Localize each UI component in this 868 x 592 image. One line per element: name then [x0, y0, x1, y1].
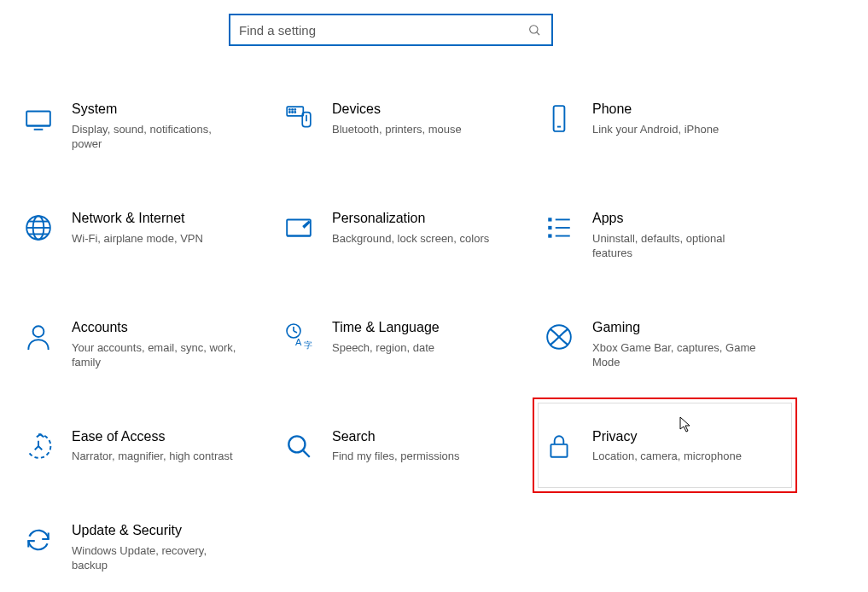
setting-title: Ease of Access	[72, 428, 233, 446]
search-icon	[526, 21, 543, 38]
svg-text:A: A	[295, 337, 302, 347]
settings-item-privacy[interactable]: Privacy Location, camera, microphone	[543, 423, 803, 469]
setting-title: System	[72, 101, 242, 119]
svg-point-6	[289, 109, 290, 110]
settings-grid: System Display, sound, notifications, po…	[22, 96, 842, 578]
setting-desc: Wi-Fi, airplane mode, VPN	[72, 231, 203, 247]
setting-desc: Windows Update, recovery, backup	[72, 543, 242, 573]
setting-desc: Background, lock screen, colors	[332, 231, 489, 247]
phone-icon	[543, 102, 575, 135]
setting-title: Apps	[592, 210, 763, 228]
setting-title: Time & Language	[332, 319, 440, 337]
setting-title: Phone	[592, 101, 719, 119]
setting-desc: Xbox Game Bar, captures, Game Mode	[592, 340, 763, 370]
devices-icon	[283, 102, 315, 135]
svg-point-7	[292, 109, 293, 110]
setting-title: Accounts	[72, 319, 242, 337]
svg-point-9	[289, 112, 290, 113]
svg-point-11	[294, 112, 295, 113]
svg-point-37	[288, 436, 305, 452]
settings-item-update-security[interactable]: Update & Security Windows Update, recove…	[22, 517, 283, 578]
magnifier-icon	[283, 430, 315, 462]
setting-desc: Uninstall, defaults, optional features	[592, 231, 763, 261]
svg-rect-2	[26, 112, 50, 126]
settings-item-accounts[interactable]: Accounts Your accounts, email, sync, wor…	[22, 314, 283, 375]
apps-icon	[543, 212, 575, 244]
ease-of-access-icon	[22, 430, 55, 462]
globe-icon	[22, 212, 55, 244]
settings-item-search[interactable]: Search Find my files, permissions	[283, 423, 543, 469]
search-box[interactable]	[229, 14, 553, 46]
setting-desc: Find my files, permissions	[332, 449, 460, 464]
svg-point-29	[33, 326, 44, 337]
setting-desc: Your accounts, email, sync, work, family	[72, 340, 242, 370]
settings-item-personalization[interactable]: Personalization Background, lock screen,…	[283, 205, 543, 266]
setting-desc: Display, sound, notifications, power	[72, 122, 242, 152]
setting-desc: Link your Android, iPhone	[592, 122, 719, 137]
setting-desc: Bluetooth, printers, mouse	[332, 122, 462, 137]
svg-point-0	[530, 26, 538, 33]
personalization-icon	[283, 212, 315, 244]
svg-point-10	[292, 112, 293, 113]
svg-text:字: 字	[304, 340, 312, 350]
setting-desc: Narrator, magnifier, high contrast	[72, 449, 233, 464]
system-icon	[22, 102, 55, 135]
settings-item-time-language[interactable]: A 字 Time & Language Speech, region, date	[283, 314, 543, 375]
svg-rect-27	[548, 234, 551, 237]
svg-rect-23	[548, 218, 551, 221]
settings-item-phone[interactable]: Phone Link your Android, iPhone	[543, 96, 803, 157]
settings-item-apps[interactable]: Apps Uninstall, defaults, optional featu…	[543, 205, 803, 266]
gaming-icon	[543, 321, 575, 353]
svg-line-38	[303, 450, 309, 456]
setting-title: Privacy	[592, 428, 742, 446]
lock-icon	[543, 430, 575, 462]
settings-item-system[interactable]: System Display, sound, notifications, po…	[22, 96, 283, 157]
setting-title: Update & Security	[72, 522, 242, 540]
time-language-icon: A 字	[283, 321, 315, 353]
svg-line-32	[294, 331, 297, 333]
settings-item-gaming[interactable]: Gaming Xbox Game Bar, captures, Game Mod…	[543, 314, 803, 375]
setting-title: Personalization	[332, 210, 489, 228]
setting-title: Network & Internet	[72, 210, 203, 228]
settings-item-devices[interactable]: Devices Bluetooth, printers, mouse	[283, 96, 543, 157]
svg-rect-25	[548, 226, 551, 229]
accounts-icon	[22, 321, 55, 353]
settings-item-network[interactable]: Network & Internet Wi-Fi, airplane mode,…	[22, 205, 283, 266]
setting-title: Search	[332, 428, 460, 446]
setting-desc: Location, camera, microphone	[592, 449, 742, 464]
setting-title: Gaming	[592, 319, 763, 337]
svg-rect-39	[551, 444, 567, 457]
settings-item-ease-of-access[interactable]: Ease of Access Narrator, magnifier, high…	[22, 423, 283, 469]
search-input[interactable]	[239, 23, 526, 38]
update-icon	[22, 524, 55, 556]
svg-line-1	[537, 32, 539, 35]
svg-point-8	[294, 109, 295, 110]
setting-desc: Speech, region, date	[332, 340, 440, 356]
setting-title: Devices	[332, 101, 462, 119]
